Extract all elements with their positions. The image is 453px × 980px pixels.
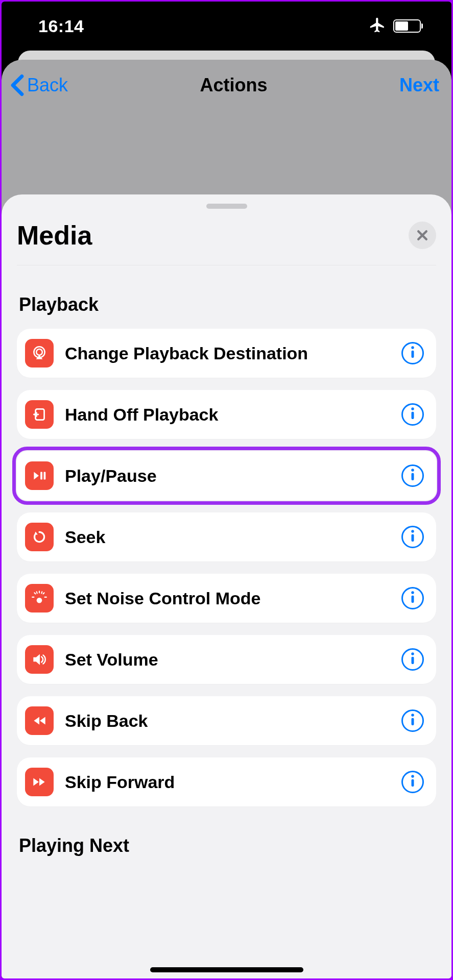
svg-point-11 xyxy=(411,530,414,532)
action-change-playback-destination[interactable]: Change Playback Destination xyxy=(17,329,436,378)
svg-rect-22 xyxy=(412,596,414,603)
close-button[interactable] xyxy=(409,222,436,249)
info-icon xyxy=(408,529,417,545)
svg-rect-10 xyxy=(412,473,414,480)
action-label: Seek xyxy=(65,527,401,547)
info-button[interactable] xyxy=(401,709,424,732)
info-button[interactable] xyxy=(401,526,424,548)
back-button[interactable]: Back xyxy=(9,74,68,96)
svg-point-25 xyxy=(411,714,414,716)
info-button[interactable] xyxy=(401,587,424,609)
svg-rect-12 xyxy=(412,534,414,542)
next-button[interactable]: Next xyxy=(399,75,439,96)
section-playback-title: Playback xyxy=(19,294,434,315)
handoff-icon xyxy=(25,400,54,429)
status-time: 16:14 xyxy=(38,16,84,36)
svg-point-1 xyxy=(36,349,42,355)
volume-icon xyxy=(25,645,54,674)
action-label: Play/Pause xyxy=(65,466,401,486)
svg-rect-3 xyxy=(412,351,414,358)
svg-rect-26 xyxy=(412,718,414,725)
svg-point-9 xyxy=(411,469,414,471)
svg-point-27 xyxy=(411,775,414,777)
content-sheet: Media Playback xyxy=(2,194,451,978)
action-seek[interactable]: Seek xyxy=(17,512,436,561)
action-label: Skip Back xyxy=(65,711,401,731)
info-icon xyxy=(408,346,417,361)
svg-point-23 xyxy=(411,652,414,655)
divider xyxy=(17,265,436,265)
action-label: Change Playback Destination xyxy=(65,344,401,363)
svg-point-5 xyxy=(411,407,414,410)
noise-control-icon xyxy=(25,584,54,612)
action-skip-forward[interactable]: Skip Forward xyxy=(17,757,436,806)
svg-line-20 xyxy=(41,592,42,593)
sheet-grabber[interactable] xyxy=(206,204,247,209)
play-pause-icon xyxy=(25,461,54,490)
info-button[interactable] xyxy=(401,342,424,364)
action-skip-back[interactable]: Skip Back xyxy=(17,696,436,745)
seek-icon xyxy=(25,523,54,551)
svg-rect-6 xyxy=(412,412,414,419)
action-label: Set Volume xyxy=(65,650,401,670)
sheet-header: Media xyxy=(2,220,451,265)
action-set-noise-control-mode[interactable]: Set Noise Control Mode xyxy=(17,574,436,623)
svg-line-15 xyxy=(34,593,35,594)
section-playing-next-title: Playing Next xyxy=(19,835,434,856)
svg-line-19 xyxy=(37,592,37,593)
svg-rect-7 xyxy=(40,472,42,480)
status-bar: 16:14 xyxy=(2,2,451,51)
info-icon xyxy=(408,774,417,790)
info-icon xyxy=(408,713,417,728)
action-label: Skip Forward xyxy=(65,772,401,792)
sheet-title: Media xyxy=(17,220,92,251)
info-icon xyxy=(408,652,417,667)
svg-point-2 xyxy=(411,346,414,349)
nav-title: Actions xyxy=(200,75,268,96)
status-right xyxy=(369,16,421,36)
action-label: Hand Off Playback xyxy=(65,405,401,425)
nav-bar: Back Actions Next xyxy=(2,60,451,111)
scroll-body[interactable]: Playback Change Playback Destination xyxy=(2,294,451,856)
battery-icon xyxy=(393,19,421,33)
action-set-volume[interactable]: Set Volume xyxy=(17,635,436,684)
airplay-icon xyxy=(25,339,54,368)
info-icon xyxy=(408,407,417,422)
svg-point-21 xyxy=(411,591,414,594)
action-play-pause[interactable]: Play/Pause xyxy=(17,451,436,500)
info-icon xyxy=(408,591,417,606)
nav-sheet: Back Actions Next Media Playback xyxy=(2,60,451,978)
airplane-mode-icon xyxy=(369,16,386,36)
action-hand-off-playback[interactable]: Hand Off Playback xyxy=(17,390,436,439)
svg-rect-28 xyxy=(412,779,414,787)
info-button[interactable] xyxy=(401,771,424,793)
skip-back-icon xyxy=(25,706,54,735)
back-label: Back xyxy=(27,75,68,96)
info-button[interactable] xyxy=(401,648,424,671)
svg-line-16 xyxy=(43,593,44,594)
info-button[interactable] xyxy=(401,464,424,487)
action-label: Set Noise Control Mode xyxy=(65,589,401,608)
svg-rect-8 xyxy=(44,472,46,480)
info-icon xyxy=(408,468,417,483)
svg-point-13 xyxy=(37,598,42,603)
close-icon xyxy=(416,229,429,242)
home-indicator[interactable] xyxy=(150,967,303,972)
info-button[interactable] xyxy=(401,403,424,426)
skip-forward-icon xyxy=(25,768,54,796)
svg-rect-24 xyxy=(412,657,414,664)
